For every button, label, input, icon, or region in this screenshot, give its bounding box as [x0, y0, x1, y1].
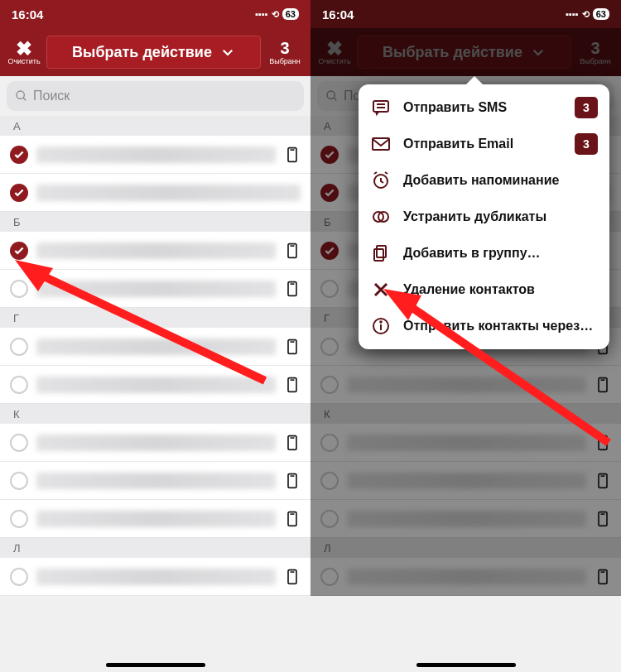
choose-action-label: Выбрать действие [72, 44, 212, 61]
checkbox-unchecked-icon[interactable] [320, 472, 339, 490]
checkbox-unchecked-icon[interactable] [320, 376, 339, 394]
section-header-b: Б [0, 212, 310, 232]
checkbox-unchecked-icon[interactable] [10, 280, 28, 298]
link-icon: ⟲ [582, 9, 590, 20]
choose-action-button[interactable]: Выбрать действие [357, 36, 571, 69]
chevron-down-icon [531, 45, 546, 60]
checkbox-unchecked-icon[interactable] [10, 376, 28, 394]
contact-row[interactable] [0, 174, 310, 212]
status-time: 16:04 [12, 7, 43, 22]
contact-name-blurred [347, 511, 586, 527]
contact-row[interactable] [310, 462, 621, 500]
home-indicator[interactable] [416, 663, 516, 667]
phone-icon [284, 569, 301, 585]
action-add-reminder[interactable]: Добавить напоминание [359, 162, 609, 199]
phone-icon [284, 377, 301, 393]
contact-row[interactable] [310, 500, 621, 538]
contact-row[interactable] [0, 136, 310, 174]
svg-line-47 [374, 172, 377, 174]
clear-button[interactable]: ✖ Очистить [5, 40, 43, 65]
status-indicators: ▪▪▪▪ ⟲ 63 [566, 8, 609, 20]
selected-count[interactable]: 3Выбранн [575, 40, 616, 65]
header-bar: ✖Очистить Выбрать действие 3Выбранн [310, 28, 621, 76]
contact-row[interactable] [0, 424, 310, 462]
action-label: Отправить SMS [403, 100, 507, 115]
checkbox-unchecked-icon[interactable] [10, 472, 28, 490]
action-label: Отправить контакты через… [403, 319, 593, 334]
action-add-to-group[interactable]: Добавить в группу… [359, 235, 609, 271]
contact-name-blurred [347, 569, 586, 585]
contact-name-blurred [36, 511, 276, 527]
contact-name-blurred [36, 569, 276, 585]
contact-row[interactable] [0, 366, 310, 404]
svg-point-57 [380, 321, 382, 323]
contact-name-blurred [36, 185, 301, 201]
phone-icon [284, 281, 301, 297]
choose-action-button[interactable]: Выбрать действие [46, 36, 261, 69]
action-send-sms[interactable]: Отправить SMS 3 [359, 89, 609, 126]
contact-name-blurred [347, 473, 586, 489]
svg-rect-45 [373, 138, 389, 150]
selected-count[interactable]: 3 Выбранн [264, 40, 306, 65]
checkbox-checked-icon[interactable] [320, 242, 339, 260]
contact-row[interactable] [0, 232, 310, 270]
action-delete-contacts[interactable]: Удаление контактов [359, 271, 609, 308]
phone-icon [284, 242, 301, 259]
contact-row[interactable] [0, 462, 310, 500]
action-remove-duplicates[interactable]: Устранить дубликаты [359, 199, 609, 235]
signal-icon: ▪▪▪▪ [255, 9, 268, 19]
checkbox-unchecked-icon[interactable] [10, 510, 28, 528]
clear-button[interactable]: ✖Очистить [315, 40, 354, 65]
email-icon [370, 133, 392, 155]
contact-row[interactable] [0, 328, 310, 366]
contact-row[interactable] [310, 424, 621, 462]
contact-row[interactable] [0, 500, 310, 538]
contact-row[interactable] [310, 558, 621, 596]
close-icon: ✖ [326, 37, 343, 60]
section-header-a: А [0, 116, 310, 136]
action-label: Отправить Email [403, 137, 513, 151]
header-bar: ✖ Очистить Выбрать действие 3 Выбранн [0, 28, 310, 76]
svg-point-22 [327, 91, 335, 98]
info-icon [370, 315, 392, 337]
search-input[interactable]: Поиск [7, 81, 304, 111]
checkbox-unchecked-icon[interactable] [320, 568, 339, 586]
action-badge: 3 [575, 133, 598, 155]
contact-row[interactable] [0, 270, 310, 308]
checkbox-checked-icon[interactable] [10, 184, 28, 202]
choose-action-label: Выбрать действие [383, 44, 522, 61]
alarm-icon [370, 170, 392, 191]
screen-contact-list: 16:04 ▪▪▪▪ ⟲ 63 ✖ Очистить Выбрать дейст… [0, 0, 310, 672]
checkbox-checked-icon[interactable] [320, 146, 339, 164]
search-icon [15, 89, 28, 103]
checkbox-checked-icon[interactable] [320, 184, 339, 202]
checkbox-checked-icon[interactable] [10, 146, 28, 164]
count-label: Выбранн [575, 57, 616, 65]
contact-name-blurred [36, 338, 276, 355]
battery-badge: 63 [282, 8, 299, 20]
search-icon [325, 89, 339, 103]
screen-action-popover: 16:04 ▪▪▪▪ ⟲ 63 ✖Очистить Выбрать действ… [310, 0, 621, 672]
action-send-email[interactable]: Отправить Email 3 [359, 126, 609, 162]
checkbox-unchecked-icon[interactable] [320, 338, 339, 356]
checkbox-unchecked-icon[interactable] [10, 434, 28, 452]
section-header-l: Л [0, 538, 310, 558]
checkbox-unchecked-icon[interactable] [320, 280, 339, 298]
duplicates-icon [370, 206, 392, 228]
action-share-contacts[interactable]: Отправить контакты через… [359, 308, 609, 344]
checkbox-checked-icon[interactable] [10, 242, 28, 260]
count-number: 3 [280, 39, 289, 57]
count-number: 3 [590, 39, 599, 57]
checkbox-unchecked-icon[interactable] [10, 338, 28, 356]
phone-icon [284, 473, 301, 489]
phone-icon [595, 377, 611, 393]
home-indicator[interactable] [106, 663, 205, 667]
contact-name-blurred [36, 434, 276, 451]
contact-row[interactable] [0, 558, 310, 596]
checkbox-unchecked-icon[interactable] [320, 434, 339, 452]
contact-row[interactable] [310, 366, 621, 404]
checkbox-unchecked-icon[interactable] [10, 568, 28, 586]
contact-name-blurred [36, 377, 276, 393]
svg-rect-51 [377, 246, 386, 257]
checkbox-unchecked-icon[interactable] [320, 510, 339, 528]
